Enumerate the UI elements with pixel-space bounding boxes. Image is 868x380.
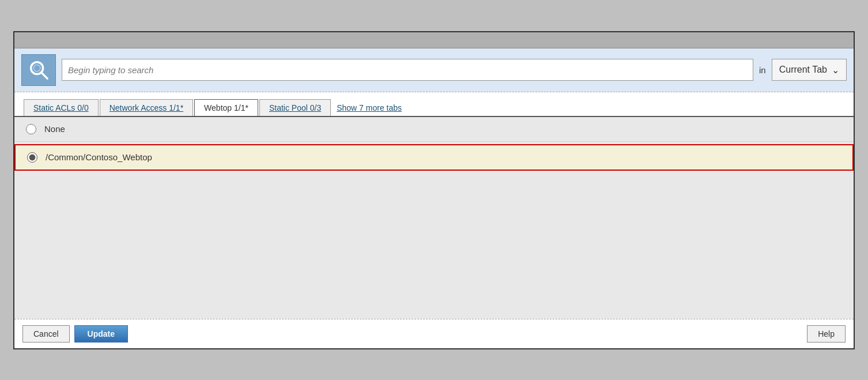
search-icon [28,59,50,81]
tab-webtop[interactable]: Webtop 1/1* [194,99,258,116]
footer-bar: Cancel Update Help [14,319,854,348]
scope-label: Current Tab [779,65,827,75]
svg-line-1 [41,73,47,78]
empty-space [14,261,854,319]
option-contoso-row: /Common/Contoso_Webtop [14,144,854,171]
option-none-row: None [14,117,854,142]
help-button[interactable]: Help [807,325,846,343]
update-button[interactable]: Update [74,325,128,343]
radio-none[interactable] [26,124,36,134]
radio-contoso[interactable] [27,152,37,163]
footer-left-buttons: Cancel Update [22,325,128,343]
search-icon-box [21,54,56,86]
scope-dropdown[interactable]: Current Tab ⌄ [772,59,847,81]
search-input[interactable] [62,59,753,81]
svg-point-2 [33,65,40,71]
cancel-button[interactable]: Cancel [22,325,70,343]
title-bar [14,32,854,48]
option-none-label: None [44,124,65,134]
chevron-down-icon: ⌄ [832,65,839,76]
tab-static-pool[interactable]: Static Pool 0/3 [259,99,331,116]
search-bar: in Current Tab ⌄ [14,48,854,92]
tab-network-access[interactable]: Network Access 1/1* [100,99,193,116]
tab-static-acls[interactable]: Static ACLs 0/0 [24,99,99,116]
show-more-tabs-link[interactable]: Show 7 more tabs [337,103,402,116]
option-contoso-label: /Common/Contoso_Webtop [46,152,152,162]
tabs-section: Static ACLs 0/0 Network Access 1/1* Webt… [14,92,854,117]
dialog-container: in Current Tab ⌄ Static ACLs 0/0 Network… [13,31,855,349]
in-label: in [759,65,766,75]
options-section: None /Common/Contoso_Webtop [14,117,854,261]
